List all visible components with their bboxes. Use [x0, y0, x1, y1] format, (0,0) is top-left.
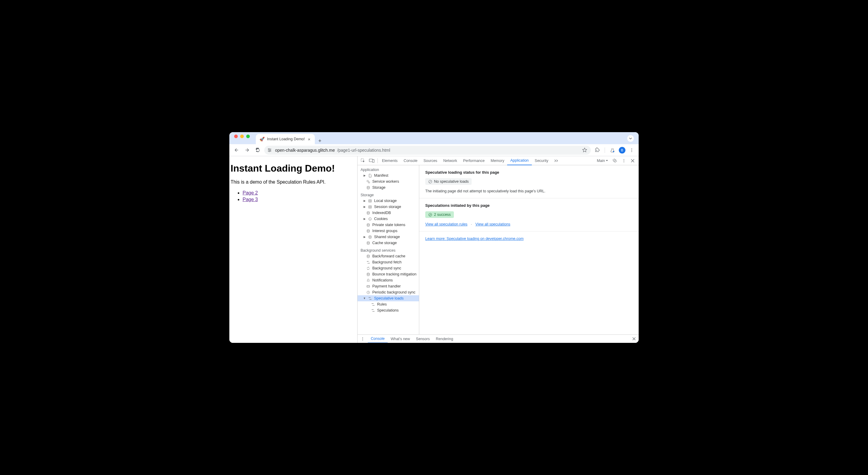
list-item: Page 2: [243, 190, 357, 196]
extensions-button[interactable]: [593, 146, 602, 155]
window-controls: [232, 135, 253, 142]
svg-point-15: [624, 161, 624, 162]
svg-point-13: [624, 159, 624, 159]
initiated-heading: Speculations initiated by this page: [425, 203, 633, 208]
gears-icon: [366, 180, 371, 184]
devtools-header-right: Main: [596, 158, 638, 163]
sidebar-item-cache-storage[interactable]: Cache storage: [358, 240, 419, 246]
sidebar-item-local-storage[interactable]: ▶Local storage: [358, 198, 419, 204]
sidebar-item-bounce-tracking-mitigation[interactable]: Bounce tracking mitigation: [358, 271, 419, 277]
drawer-tab-whatsnew[interactable]: What's new: [388, 335, 413, 343]
sidebar-item-label: IndexedDB: [372, 211, 391, 215]
forward-button[interactable]: [243, 146, 252, 155]
address-bar[interactable]: open-chalk-asparagus.glitch.me/page1-url…: [264, 146, 591, 155]
tab-performance[interactable]: Performance: [460, 156, 488, 165]
success-badge: 2 success: [425, 211, 454, 218]
bookmark-icon[interactable]: [582, 148, 587, 153]
expand-arrow-icon: ▶: [363, 235, 366, 238]
sidebar-item-periodic-background-sync[interactable]: Periodic background sync: [358, 289, 419, 295]
sidebar-item-service-workers[interactable]: Service workers: [358, 178, 419, 184]
link-separator: ·: [471, 222, 472, 226]
arrows-icon: [371, 308, 375, 313]
target-selector[interactable]: Main: [596, 159, 610, 163]
expand-arrow-icon: ▼: [363, 297, 366, 300]
device-toolbar-button[interactable]: [367, 159, 376, 163]
browser-menu-button[interactable]: [627, 146, 636, 155]
back-button[interactable]: [232, 146, 241, 155]
tab-title: Instant Loading Demo!: [267, 137, 305, 141]
sidebar-item-label: Background fetch: [372, 260, 402, 264]
db-icon: [366, 241, 371, 245]
sidebar-section-application: Application: [358, 165, 419, 173]
sidebar-item-manifest[interactable]: ▶Manifest: [358, 173, 419, 178]
page-link[interactable]: Page 3: [243, 197, 258, 202]
tabs-dropdown-button[interactable]: [627, 135, 634, 142]
tabs-overflow-button[interactable]: [551, 156, 562, 165]
sidebar-item-speculative-loads[interactable]: ▼Speculative loads: [358, 295, 419, 301]
drawer-menu-button[interactable]: [358, 335, 368, 343]
sidebar-item-session-storage[interactable]: ▶Session storage: [358, 204, 419, 210]
sidebar-item-back-forward-cache[interactable]: Back/forward cache: [358, 253, 419, 259]
close-drawer-button[interactable]: [629, 337, 639, 340]
page-link-list: Page 2 Page 3: [229, 190, 357, 203]
drawer-tab-rendering[interactable]: Rendering: [433, 335, 456, 343]
minimize-window-button[interactable]: [240, 135, 244, 138]
sidebar-item-background-fetch[interactable]: Background fetch: [358, 259, 419, 265]
sidebar-item-label: Private state tokens: [372, 223, 405, 227]
sidebar-item-speculations[interactable]: Speculations: [358, 307, 419, 314]
sidebar-item-storage[interactable]: Storage: [358, 184, 419, 190]
devtools-panel: Elements Console Sources Network Perform…: [357, 156, 639, 343]
sidebar-item-rules[interactable]: Rules: [358, 301, 419, 307]
drawer-tab-console[interactable]: Console: [368, 335, 388, 343]
devtools-menu-button[interactable]: [620, 159, 628, 163]
sidebar-item-label: Interest groups: [372, 229, 397, 233]
learn-more-link[interactable]: Learn more: Speculative loading on devel…: [425, 237, 524, 241]
close-window-button[interactable]: [234, 135, 238, 138]
db-icon: [366, 211, 371, 215]
sidebar-section-storage: Storage: [358, 190, 419, 198]
page-link[interactable]: Page 2: [243, 190, 258, 195]
devtools-tabs: Elements Console Sources Network Perform…: [379, 156, 562, 165]
sidebar-item-notifications[interactable]: Notifications: [358, 277, 419, 283]
svg-point-42: [362, 337, 363, 338]
profile-avatar[interactable]: B: [619, 147, 625, 153]
svg-point-34: [367, 255, 370, 256]
sidebar-item-background-sync[interactable]: Background sync: [358, 265, 419, 271]
svg-point-27: [370, 218, 370, 218]
reload-button[interactable]: [253, 146, 262, 155]
grid-icon: [368, 205, 372, 209]
sidebar-item-label: Cache storage: [372, 241, 397, 245]
devtools-settings-button[interactable]: [611, 158, 619, 163]
sidebar-item-indexeddb[interactable]: IndexedDB: [358, 210, 419, 216]
tab-network[interactable]: Network: [440, 156, 460, 165]
close-tab-button[interactable]: ×: [307, 137, 311, 142]
tab-security[interactable]: Security: [532, 156, 551, 165]
site-settings-icon[interactable]: [268, 148, 273, 152]
maximize-window-button[interactable]: [246, 135, 250, 138]
view-rules-link[interactable]: View all speculation rules: [425, 222, 467, 226]
arrows-icon: [368, 297, 372, 300]
sidebar-item-shared-storage[interactable]: ▶Shared storage: [358, 234, 419, 240]
tab-console[interactable]: Console: [401, 156, 421, 165]
sidebar-item-payment-handler[interactable]: Payment handler: [358, 283, 419, 289]
sidebar-item-private-state-tokens[interactable]: Private state tokens: [358, 222, 419, 228]
inspect-element-button[interactable]: [359, 158, 367, 163]
db-icon: [366, 272, 371, 276]
sidebar-item-cookies[interactable]: ▶Cookies: [358, 216, 419, 222]
tab-sources[interactable]: Sources: [421, 156, 440, 165]
tab-memory[interactable]: Memory: [488, 156, 507, 165]
svg-point-32: [369, 235, 371, 236]
labs-button[interactable]: [608, 146, 617, 155]
sidebar-item-label: Service workers: [372, 179, 399, 184]
sidebar-item-interest-groups[interactable]: Interest groups: [358, 228, 419, 234]
application-main: Speculative loading status for this page…: [419, 165, 639, 334]
browser-tab[interactable]: 🚀 Instant Loading Demo! ×: [256, 134, 315, 144]
close-devtools-button[interactable]: [629, 159, 636, 162]
tab-application[interactable]: Application: [507, 156, 531, 165]
view-speculations-link[interactable]: View all speculations: [475, 222, 510, 226]
svg-rect-12: [372, 159, 374, 162]
new-tab-button[interactable]: +: [315, 138, 326, 144]
sidebar-item-label: Notifications: [372, 278, 393, 283]
tab-elements[interactable]: Elements: [379, 156, 401, 165]
drawer-tab-sensors[interactable]: Sensors: [413, 335, 433, 343]
